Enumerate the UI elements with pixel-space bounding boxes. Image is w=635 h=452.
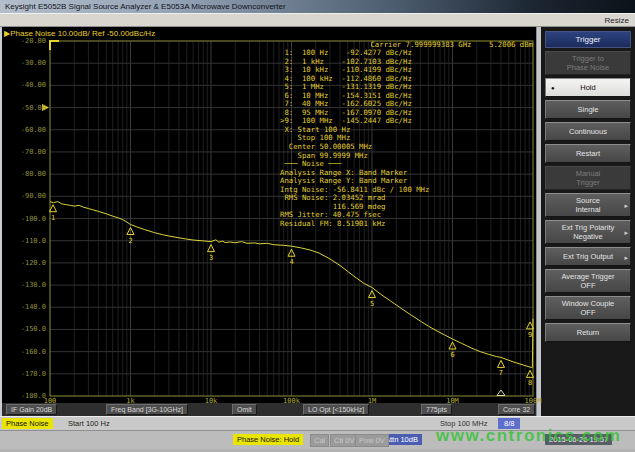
trigger-status-badge: Phase Noise: Hold [233, 434, 303, 445]
x-axis-tick-label: 1k [126, 397, 134, 405]
title-bar: Keysight E5052B Signal Source Analyzer &… [0, 0, 635, 13]
y-axis-tick-label: -170.0 [2, 370, 46, 378]
submenu-arrow-icon: ▸ [624, 228, 628, 237]
y-axis-tick-label: -160.0 [2, 348, 46, 356]
window-title: Keysight E5052B Signal Source Analyzer &… [5, 2, 286, 11]
submenu-arrow-icon: ▸ [624, 201, 628, 210]
y-axis-tick-label: -30.00 [2, 59, 46, 67]
softkey-menu: TriggerTrigger toPhase NoiseHold●SingleC… [541, 27, 635, 416]
menu-bar: Resize [0, 13, 635, 27]
x-axis-tick-label: 10M [446, 397, 459, 405]
x-axis-tick-label: 1M [368, 397, 376, 405]
softkey-restart[interactable]: Restart [545, 144, 631, 163]
x-axis-tick-label: 10k [205, 397, 218, 405]
status-segment-freq-band-3g-10ghz: Freq Band [3G-10GHz] [106, 404, 188, 415]
softkey-manual-trigger: ManualTrigger [545, 166, 631, 190]
y-axis-tick-label: -60.00 [2, 126, 46, 134]
softkey-return[interactable]: Return [545, 323, 631, 342]
submenu-arrow-icon: ▸ [624, 252, 628, 261]
status-segment-lo-opt-150khz: LO Opt [<150kHz] [303, 404, 369, 415]
status-segment-775pts: 775pts [421, 404, 452, 415]
softkey-window-couple-off[interactable]: Window CoupleOFF [545, 296, 631, 320]
y-axis-tick-label: -20.00 [2, 37, 46, 45]
softkey-source-internal[interactable]: SourceInternal▸ [545, 193, 631, 217]
marker-noise-readout: 1: 100 Hz -92.4277 dBc/Hz 2: 1 kHz -102.… [280, 49, 429, 228]
y-axis-tick-label: -100.0 [2, 215, 46, 223]
softkey-ext-trig-output[interactable]: Ext Trig Output▸ [545, 247, 631, 266]
x-axis-tick-label: 100M [525, 397, 542, 405]
y-axis-tick-label: -110.0 [2, 237, 46, 245]
resize-button[interactable]: Resize [605, 15, 629, 27]
softkey-single[interactable]: Single [545, 100, 631, 119]
y-axis-tick-label: -70.00 [2, 148, 46, 156]
status-segment-omit: Omit [232, 404, 257, 415]
softkey-trigger-to-phase-noise: Trigger toPhase Noise [545, 51, 631, 75]
y-axis-tick-label: -150.0 [2, 325, 46, 333]
status-segment-if-gain-20db: IF Gain 20dB [6, 404, 57, 415]
status-segment-corre-32: Corre 32 [498, 404, 535, 415]
y-axis-tick-label: -140.0 [2, 303, 46, 311]
disabled-badge-pow-0v: Pow 0V [355, 434, 389, 447]
softkey-continuous[interactable]: Continuous [545, 122, 631, 141]
x-axis-tick-label: 100k [283, 397, 300, 405]
disabled-badge-cal: Cal [310, 434, 329, 447]
y-axis-tick-label: -50.00 [2, 104, 46, 112]
instrument-window: Keysight E5052B Signal Source Analyzer &… [0, 0, 635, 452]
y-axis-tick-label: -40.00 [2, 81, 46, 89]
softkey-average-trigger-off[interactable]: Average TriggerOFF [545, 269, 631, 293]
watermark: www.cntronics.com [436, 426, 621, 446]
mode-badge: Phase Noise [2, 418, 53, 429]
softkey-ext-trig-polarity-negative[interactable]: Ext Trig PolarityNegative▸ [545, 220, 631, 244]
start-frequency-label: Start 100 Hz [68, 418, 110, 429]
y-axis-tick-label: -90.00 [2, 192, 46, 200]
y-axis-tick-label: -80.00 [2, 170, 46, 178]
y-axis-tick-label: -120.0 [2, 259, 46, 267]
plot-panel [2, 27, 536, 416]
x-axis-tick-label: 100 [44, 397, 57, 405]
readout-line-20: Residual FM: 8.51901 kHz [280, 220, 429, 229]
y-axis-tick-label: -130.0 [2, 281, 46, 289]
softkey-menu-title: Trigger [545, 31, 631, 48]
softkey-hold[interactable]: Hold● [545, 78, 631, 97]
selected-bullet-icon: ● [551, 83, 555, 92]
y-axis-tick-label: -180.0 [2, 392, 46, 400]
